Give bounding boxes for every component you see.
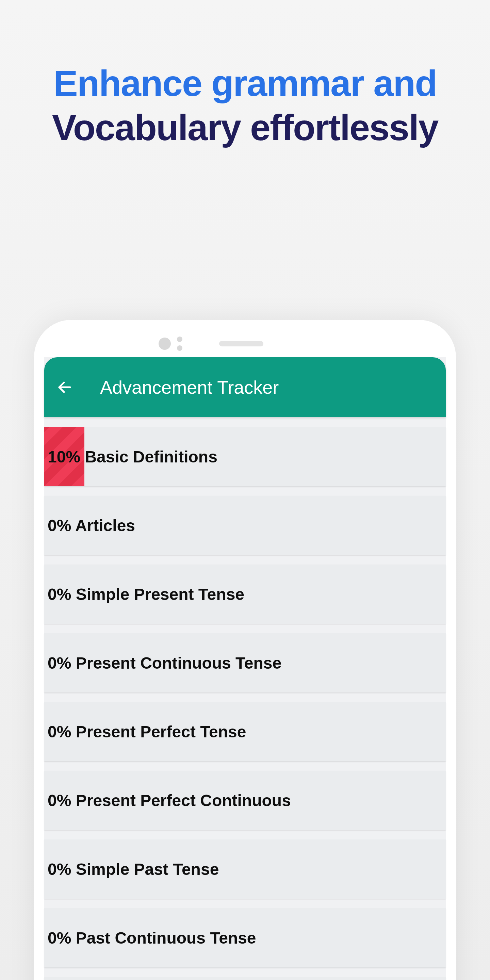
progress-item-label: 10% Basic Definitions: [44, 447, 218, 466]
progress-list-item[interactable]: 0% Present Perfect Tense: [44, 702, 446, 761]
phone-mockup: Advancement Tracker 10% Basic Definition…: [34, 320, 456, 980]
progress-item-label: 0% Present Perfect Continuous: [44, 791, 291, 810]
progress-item-label: 0% Simple Past Tense: [44, 860, 219, 878]
promo-headline: Enhance grammar and Vocabulary effortles…: [0, 0, 490, 150]
progress-item-label: 0% Past Continuous Tense: [44, 929, 256, 947]
headline-line-2: Vocabulary effortlessly: [0, 105, 490, 150]
sensor-dots: [177, 337, 182, 351]
progress-item-label: 0% Present Perfect Tense: [44, 722, 246, 741]
headline-line-1: Enhance grammar and: [0, 61, 490, 105]
app-header: Advancement Tracker: [44, 357, 446, 417]
app-screen: Advancement Tracker 10% Basic Definition…: [44, 357, 446, 980]
progress-list-item[interactable]: 0% Past Perfect Tense: [44, 977, 446, 980]
phone-body: Advancement Tracker 10% Basic Definition…: [34, 320, 456, 980]
progress-list-item[interactable]: 0% Present Continuous Tense: [44, 633, 446, 692]
phone-hardware-top: [34, 330, 456, 357]
progress-item-label: 0% Present Continuous Tense: [44, 654, 282, 672]
camera-dot: [159, 337, 171, 350]
progress-list-item[interactable]: 0% Past Continuous Tense: [44, 908, 446, 967]
progress-list: 10% Basic Definitions0% Articles0% Simpl…: [44, 417, 446, 980]
progress-list-item[interactable]: 0% Simple Present Tense: [44, 565, 446, 624]
app-title: Advancement Tracker: [100, 377, 279, 398]
back-arrow-icon[interactable]: [56, 379, 73, 395]
progress-item-label: 0% Simple Present Tense: [44, 585, 244, 604]
progress-list-item[interactable]: 0% Present Perfect Continuous: [44, 771, 446, 830]
progress-list-item[interactable]: 0% Articles: [44, 496, 446, 555]
progress-list-item[interactable]: 10% Basic Definitions: [44, 427, 446, 486]
progress-list-item[interactable]: 0% Simple Past Tense: [44, 840, 446, 899]
progress-item-label: 0% Articles: [44, 516, 135, 535]
speaker-grille: [219, 341, 263, 347]
